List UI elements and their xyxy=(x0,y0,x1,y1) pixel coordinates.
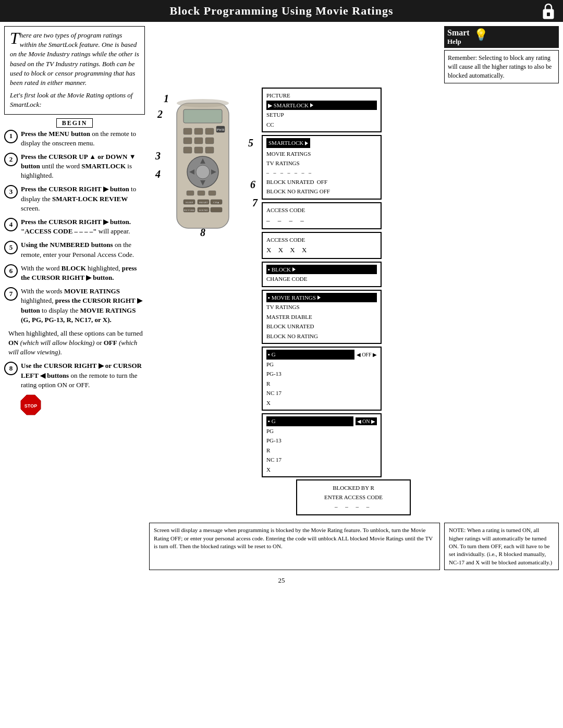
svg-text:PWR: PWR xyxy=(216,128,225,132)
screen-smartlock-submenu: SMARTLOCK MOVIE RATINGS TV RATINGS – – –… xyxy=(262,135,382,200)
screen-access-code-x: ACCESS CODE X X X X xyxy=(262,232,382,259)
remote-diagram: 1 2 3 4 5 6 7 8 xyxy=(148,88,258,254)
svg-text:STOP: STOP xyxy=(25,403,37,409)
svg-rect-13 xyxy=(194,138,203,144)
footer-note-right: NOTE: When a rating is turned ON, all hi… xyxy=(444,523,559,570)
step-7b: When highlighted, all these options can … xyxy=(4,329,145,357)
smart-help-header: Smart Help 💡 xyxy=(444,26,559,48)
svg-text:SLEEP: SLEEP xyxy=(186,201,193,204)
smart-help-note: Remember: Selecting to block any rating … xyxy=(444,50,559,83)
lock-icon xyxy=(540,1,557,21)
footer-note-left: Screen will display a message when progr… xyxy=(149,523,440,570)
screen-movie-ratings-sub: ▪ MOVIE RATINGS TV RATINGS MASTER DIABLE… xyxy=(262,290,382,344)
screen-access-code-dashes: ACCESS CODE – – – – xyxy=(262,202,382,229)
svg-rect-24 xyxy=(187,191,194,195)
svg-point-5 xyxy=(177,99,229,107)
smart-help-section: Smart Help 💡 Remember: Selecting to bloc… xyxy=(444,26,559,83)
enter-code-label: ENTER ACCESS CODE xyxy=(302,493,405,502)
stop-sign: STOP xyxy=(20,394,145,418)
screen-blocked: BLOCKED BY R ENTER ACCESS CODE – – – – xyxy=(296,479,411,515)
svg-rect-26 xyxy=(209,191,216,195)
step-num-overlay-1: 1 xyxy=(164,93,169,105)
step-num-overlay-3: 3 xyxy=(155,150,161,162)
screen-ratings-on: ▪ G ◀ ON ▶ PG PG-13 R NC 17 X xyxy=(262,413,382,477)
begin-label: BEGIN xyxy=(4,119,145,127)
svg-rect-35 xyxy=(211,207,222,212)
step-num-overlay-8: 8 xyxy=(200,227,205,239)
svg-text:PICTURE: PICTURE xyxy=(184,209,195,212)
svg-rect-17 xyxy=(205,147,214,153)
step-5: 5 Using the NUMBERED buttons on the remo… xyxy=(4,240,145,259)
step-6: 6 With the word BLOCK highlighted, press… xyxy=(4,264,145,282)
svg-rect-6 xyxy=(183,109,222,123)
step-3: 3 Press the CURSOR RIGHT ▶ button to dis… xyxy=(4,184,145,213)
svg-rect-9 xyxy=(205,128,214,134)
svg-rect-25 xyxy=(198,191,205,195)
svg-rect-1 xyxy=(547,13,550,16)
svg-point-19 xyxy=(196,165,210,179)
page-number: 25 xyxy=(0,573,563,588)
intro-box: T here are two types of program ratings … xyxy=(4,26,145,115)
step-num-overlay-5: 5 xyxy=(248,137,253,149)
step-num-overlay-7: 7 xyxy=(252,197,258,209)
svg-rect-8 xyxy=(194,128,203,134)
step-4: 4 Press the CURSOR RIGHT ▶ button. "ACCE… xyxy=(4,217,145,236)
screen-ratings-off: ▪ G ◀ OFF ▶ PG PG-13 R NC 17 X xyxy=(262,347,382,411)
svg-text:SOUND: SOUND xyxy=(199,209,208,212)
page-header: Block Programming Using Movie Ratings xyxy=(0,0,563,22)
blocked-dashes: – – – – xyxy=(302,502,405,512)
step-num-overlay-2: 2 xyxy=(157,108,163,120)
svg-rect-14 xyxy=(205,138,214,144)
screen-block-change-code: ▪ BLOCK CHANGE CODE xyxy=(262,262,382,287)
screen-smartlock-menu: PICTURE ▶ SMARTLOCK SETUP CC xyxy=(262,88,382,132)
svg-text:CH▲: CH▲ xyxy=(213,201,219,204)
screens-column: PICTURE ▶ SMARTLOCK SETUP CC SMARTLOCK xyxy=(262,88,382,477)
footer-notes: Screen will display a message when progr… xyxy=(0,523,563,573)
header-title: Block Programming Using Movie Ratings xyxy=(170,4,394,18)
svg-rect-16 xyxy=(194,147,203,153)
step-2: 2 Press the CURSOR UP ▲ or DOWN ▼ button… xyxy=(4,152,145,181)
svg-rect-15 xyxy=(183,147,192,153)
step-1: 1 Press the MENU button on the remote to… xyxy=(4,129,145,148)
steps-column: T here are two types of program ratings … xyxy=(4,26,145,519)
intro-text: T here are two types of program ratings … xyxy=(10,31,139,88)
svg-text:SMART: SMART xyxy=(199,201,208,204)
step-7: 7 With the words MOVIE RATINGS highlight… xyxy=(4,287,145,325)
smartlock-row-highlighted: ▶ SMARTLOCK xyxy=(266,101,377,110)
svg-rect-12 xyxy=(183,138,192,144)
blocked-screen-area: BLOCKED BY R ENTER ACCESS CODE – – – – xyxy=(148,479,559,519)
blocked-by-label: BLOCKED BY R xyxy=(302,484,405,493)
bulb-icon: 💡 xyxy=(474,28,488,42)
step-8: 8 Use the CURSOR RIGHT ▶ or CURSOR LEFT … xyxy=(4,361,145,390)
step-num-overlay-6: 6 xyxy=(250,179,255,191)
step-num-overlay-4: 4 xyxy=(155,168,161,180)
svg-rect-7 xyxy=(183,128,192,134)
